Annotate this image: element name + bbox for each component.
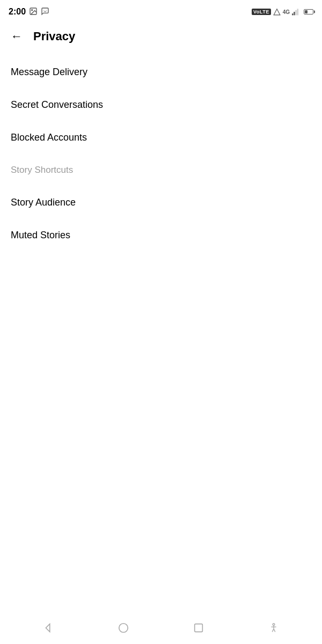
svg-rect-9 <box>195 624 203 632</box>
photo-icon <box>29 7 38 17</box>
menu-item-blocked-accounts[interactable]: Blocked Accounts <box>0 121 322 154</box>
page-title: Privacy <box>33 30 75 43</box>
signal-icon <box>273 8 281 16</box>
status-left: 2:00 <box>9 7 49 17</box>
menu-item-story-audience[interactable]: Story Audience <box>0 186 322 219</box>
svg-line-13 <box>272 629 274 632</box>
menu-item-label: Secret Conversations <box>11 99 103 110</box>
menu-item-label: Message Delivery <box>11 67 87 77</box>
battery-icon <box>304 9 313 14</box>
accessibility-nav-icon <box>268 622 280 634</box>
status-time: 2:00 <box>9 7 26 17</box>
messenger-icon <box>41 7 49 17</box>
back-arrow-icon: ← <box>11 31 23 42</box>
svg-marker-7 <box>46 624 49 632</box>
signal-strength-icon <box>292 8 301 16</box>
svg-point-1 <box>32 9 33 10</box>
svg-marker-2 <box>274 9 280 15</box>
nav-recents-button[interactable] <box>188 618 209 638</box>
header: ← Privacy <box>0 21 322 52</box>
status-right: VoLTE 4G <box>252 8 313 16</box>
status-bar: 2:00 VoLTE 4G <box>0 0 322 21</box>
svg-point-8 <box>119 624 128 633</box>
menu-item-secret-conversations[interactable]: Secret Conversations <box>0 89 322 121</box>
menu-list: Message Delivery Secret Conversations Bl… <box>0 52 322 256</box>
menu-item-message-delivery[interactable]: Message Delivery <box>0 56 322 89</box>
svg-line-14 <box>274 629 275 632</box>
menu-item-label: Story Shortcuts <box>11 165 73 175</box>
menu-item-label: Muted Stories <box>11 230 70 240</box>
svg-rect-6 <box>297 9 298 15</box>
nav-home-button[interactable] <box>113 618 134 638</box>
menu-item-label: Story Audience <box>11 197 76 208</box>
menu-item-story-shortcuts[interactable]: Story Shortcuts <box>0 154 322 186</box>
recents-nav-icon <box>193 622 204 634</box>
menu-item-muted-stories[interactable]: Muted Stories <box>0 219 322 252</box>
back-nav-icon <box>42 622 54 634</box>
back-button[interactable]: ← <box>9 28 25 45</box>
volte-badge: VoLTE <box>252 9 271 15</box>
svg-rect-3 <box>292 13 293 15</box>
nav-back-button[interactable] <box>38 618 58 638</box>
home-nav-icon <box>118 622 129 634</box>
svg-point-10 <box>273 624 275 626</box>
bottom-nav <box>0 612 322 644</box>
svg-rect-5 <box>295 10 296 16</box>
svg-rect-4 <box>294 12 295 15</box>
nav-accessibility-button[interactable] <box>264 618 284 638</box>
menu-item-label: Blocked Accounts <box>11 132 87 143</box>
network-icon: 4G <box>283 9 290 15</box>
